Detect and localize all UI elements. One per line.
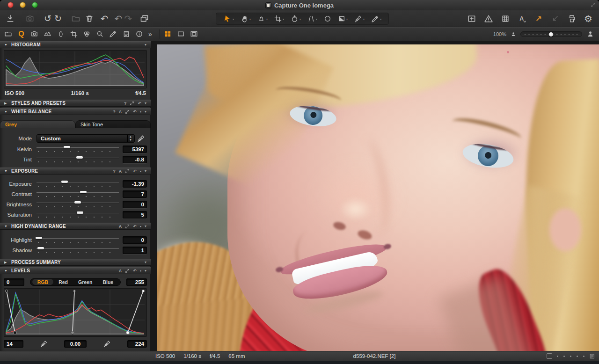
viewer-mode-proof[interactable]: [190, 30, 198, 38]
help-icon[interactable]: ?: [124, 101, 127, 106]
panel-caret-icon[interactable]: ▾: [145, 260, 146, 264]
disclosure-icon[interactable]: ▼: [4, 169, 8, 173]
camera-capture-icon[interactable]: [25, 14, 35, 23]
crop-tool[interactable]: ▾: [271, 15, 287, 22]
highlight-slider-thumb[interactable]: [36, 237, 42, 239]
local-copy-icon[interactable]: ▪: [140, 224, 141, 229]
tint-value[interactable]: -0.8: [123, 156, 147, 163]
tab-skin-tone[interactable]: Skin Tone: [75, 120, 151, 128]
saturation-value[interactable]: 5: [123, 211, 147, 218]
highlight-value[interactable]: 0: [123, 236, 147, 244]
disclosure-icon[interactable]: ▶: [4, 261, 8, 264]
channel-green[interactable]: Green: [73, 279, 97, 285]
local-copy-icon[interactable]: ▪: [140, 269, 141, 273]
exposure-value[interactable]: -1.39: [123, 180, 147, 188]
rotate-tool[interactable]: ▾: [287, 15, 304, 23]
panel-caret-icon[interactable]: ▾: [145, 169, 146, 173]
tab-capture[interactable]: [30, 30, 38, 38]
rotate-cw-icon[interactable]: ↻: [54, 14, 62, 23]
fullscreen-icon[interactable]: [591, 2, 596, 7]
tint-slider[interactable]: [37, 156, 119, 163]
contrast-slider[interactable]: [37, 191, 119, 198]
viewer-mode-single[interactable]: [177, 30, 185, 38]
output-arrow-icon[interactable]: [534, 14, 543, 23]
image-viewer[interactable]: [151, 41, 599, 351]
contrast-value[interactable]: 7: [123, 190, 147, 198]
tab-color[interactable]: [83, 30, 91, 38]
expand-panel-icon[interactable]: [125, 269, 130, 273]
tab-lens[interactable]: [57, 30, 65, 38]
brightness-value[interactable]: 0: [123, 201, 147, 208]
black-picker-icon[interactable]: [40, 340, 48, 348]
disclosure-icon[interactable]: ▼: [4, 225, 8, 228]
move-to-folder-icon[interactable]: [71, 14, 80, 23]
exposure-warning-icon[interactable]: [484, 14, 493, 23]
rating-dots[interactable]: [557, 356, 584, 357]
reset-icon[interactable]: ↶: [138, 101, 141, 106]
draw-mask-tool[interactable]: ▾: [368, 15, 385, 23]
reset-icon[interactable]: ↶: [133, 109, 137, 114]
panel-caret-icon[interactable]: ▾: [145, 109, 146, 114]
panel-header-histogram[interactable]: ▼ HISTOGRAM ▾: [0, 41, 151, 48]
panel-header-hdr[interactable]: ▼ HIGH DYNAMIC RANGE A ↶ ▪ ▾: [0, 223, 151, 230]
settings-gear-icon[interactable]: ⚙: [584, 14, 592, 23]
brightness-slider-thumb[interactable]: [74, 201, 81, 204]
tab-composition[interactable]: [70, 30, 78, 38]
tab-details[interactable]: [96, 30, 104, 38]
disclosure-icon[interactable]: ▼: [4, 269, 8, 272]
auto-adjust-icon[interactable]: A: [119, 109, 122, 114]
exposure-slider-thumb[interactable]: [61, 181, 68, 183]
levels-input-black[interactable]: 0: [4, 278, 24, 286]
levels-input-white[interactable]: 255: [126, 278, 147, 286]
viewer-mode-grid[interactable]: [164, 30, 172, 38]
rotate-ccw-icon[interactable]: ↺: [44, 14, 51, 23]
zoom-in-person-icon[interactable]: [586, 30, 594, 38]
shadow-slider[interactable]: [37, 247, 119, 254]
panel-header-levels[interactable]: ▼ LEVELS A ↶ ▪ ▾: [0, 267, 151, 274]
panel-header-white-balance[interactable]: ▼ WHITE BALANCE ? A ↶ ▪ ▾: [0, 108, 151, 115]
channel-red[interactable]: Red: [53, 279, 73, 285]
levels-output-white[interactable]: 224: [127, 340, 147, 348]
auto-adjust-icon[interactable]: A: [119, 224, 122, 229]
panel-header-exposure[interactable]: ▼ EXPOSURE ? A ↶ ▪ ▾: [0, 167, 151, 175]
browser-list-icon[interactable]: [589, 353, 595, 359]
shadow-value[interactable]: 1: [123, 247, 147, 254]
saturation-slider-thumb[interactable]: [77, 211, 83, 214]
help-icon[interactable]: ?: [113, 169, 116, 174]
white-picker-icon[interactable]: [103, 340, 111, 348]
tab-quick[interactable]: Q: [17, 30, 25, 38]
kelvin-slider[interactable]: [37, 146, 119, 153]
levels-histogram-box[interactable]: [4, 288, 147, 337]
grid-overlay-icon[interactable]: [501, 14, 510, 23]
panel-caret-icon[interactable]: ▾: [145, 43, 146, 47]
trash-icon[interactable]: [85, 14, 94, 23]
undo-icon[interactable]: ↶: [115, 14, 123, 23]
expand-panel-icon[interactable]: [125, 224, 130, 229]
clone-variant-icon[interactable]: [139, 14, 149, 23]
redo-icon[interactable]: ↷: [124, 14, 132, 23]
channel-blue[interactable]: Blue: [97, 279, 118, 285]
panel-caret-icon[interactable]: ▾: [145, 269, 146, 273]
tab-adjustments[interactable]: [109, 30, 117, 38]
shadow-slider-thumb[interactable]: [37, 247, 44, 249]
expand-panel-icon[interactable]: [130, 101, 134, 106]
disclosure-icon[interactable]: ▶: [4, 102, 8, 105]
close-button[interactable]: [7, 2, 14, 8]
loupe-tool[interactable]: ▾: [254, 15, 271, 23]
color-picker-tool[interactable]: ▾: [351, 15, 368, 23]
reset-icon[interactable]: ↶: [133, 224, 137, 229]
reset-icon[interactable]: ↶: [133, 269, 137, 273]
expand-panel-icon[interactable]: [125, 109, 130, 114]
zoom-out-person-icon[interactable]: [511, 31, 516, 37]
panel-caret-icon[interactable]: ▾: [145, 101, 146, 105]
levels-output-black[interactable]: 14: [4, 340, 23, 348]
minimize-button[interactable]: [20, 2, 26, 8]
local-copy-icon[interactable]: ▪: [140, 169, 141, 174]
local-copy-icon[interactable]: ▪: [140, 109, 141, 114]
tab-library[interactable]: [4, 30, 12, 38]
kelvin-value[interactable]: 5397: [123, 146, 147, 153]
wb-picker-button[interactable]: [135, 135, 147, 143]
exposure-slider[interactable]: [37, 181, 119, 188]
panel-header-styles[interactable]: ▶ STYLES AND PRESETS ? ↶ ▾: [0, 100, 151, 107]
auto-adjust-icon[interactable]: A: [119, 269, 122, 273]
